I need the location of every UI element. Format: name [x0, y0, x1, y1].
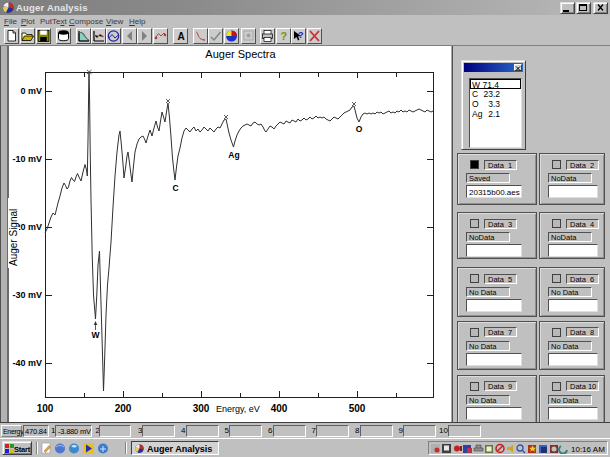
svg-text:100: 100	[37, 403, 54, 414]
svg-text:Auger Spectra: Auger Spectra	[205, 48, 276, 60]
svg-text:300: 300	[193, 403, 210, 414]
svg-text:-30 mV: -30 mV	[12, 290, 42, 300]
svg-text:C: C	[172, 183, 178, 193]
svg-text:-10 mV: -10 mV	[12, 154, 42, 164]
svg-text:O: O	[356, 124, 363, 134]
svg-text:W: W	[91, 330, 100, 340]
svg-text:Energy, eV: Energy, eV	[216, 404, 260, 414]
svg-text:500: 500	[349, 403, 366, 414]
svg-text:Ag: Ag	[228, 150, 239, 160]
svg-text:400: 400	[271, 403, 288, 414]
svg-text:?: ?	[298, 30, 304, 40]
svg-text:-40 mV: -40 mV	[12, 358, 42, 368]
svg-text:200: 200	[115, 403, 132, 414]
svg-text:0 mV: 0 mV	[20, 86, 42, 96]
svg-text:Auger Signal: Auger Signal	[8, 209, 19, 266]
